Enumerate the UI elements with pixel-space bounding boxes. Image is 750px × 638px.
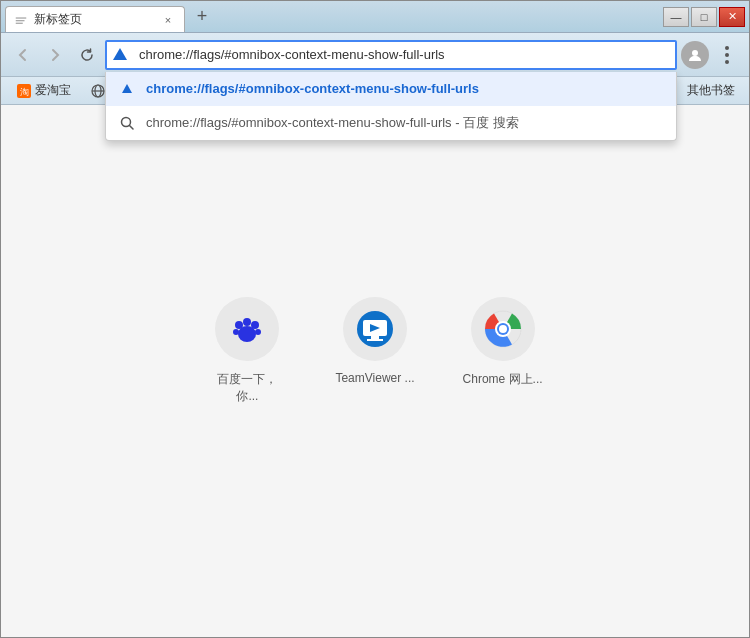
close-button[interactable]: ✕ [719, 7, 745, 27]
shortcut-chrome[interactable]: Chrome 网上... [463, 297, 543, 388]
svg-text:淘: 淘 [20, 87, 29, 97]
bookmark-aitaobao-label: 爱淘宝 [35, 82, 71, 99]
menu-dot-3 [725, 60, 729, 64]
dropdown-item-url[interactable]: chrome://flags/#omnibox-context-menu-sho… [106, 72, 676, 106]
shortcuts-grid: 百度一下，你... TeamViewer ... [207, 297, 542, 405]
tab-close-button[interactable]: × [160, 12, 176, 28]
shortcut-baidu-icon-container [215, 297, 279, 361]
reload-icon [79, 47, 95, 63]
bookmark-aitaobao-icon: 淘 [17, 84, 31, 98]
maximize-button[interactable]: □ [691, 7, 717, 27]
svg-rect-20 [371, 336, 379, 339]
omnibox-security-icon [113, 47, 127, 63]
svg-point-17 [255, 329, 261, 335]
svg-point-14 [243, 318, 251, 326]
url-icon [118, 80, 136, 98]
menu-button[interactable] [713, 41, 741, 69]
dropdown-item-search-text: chrome://flags/#omnibox-context-menu-sho… [146, 114, 519, 132]
svg-point-13 [235, 321, 243, 329]
search-icon [118, 114, 136, 132]
dropdown-item-url-text: chrome://flags/#omnibox-context-menu-sho… [146, 81, 479, 96]
svg-line-5 [130, 125, 134, 129]
shortcut-baidu[interactable]: 百度一下，你... [207, 297, 287, 405]
dropdown-item-search[interactable]: chrome://flags/#omnibox-context-menu-sho… [106, 106, 676, 140]
window-controls: — □ ✕ [663, 7, 745, 27]
omnibox-input[interactable] [105, 40, 677, 70]
svg-point-26 [499, 325, 507, 333]
new-tab-button[interactable]: + [189, 4, 215, 30]
omnibox-dropdown: chrome://flags/#omnibox-context-menu-sho… [105, 72, 677, 141]
svg-rect-2 [16, 20, 25, 21]
shortcut-teamviewer-label: TeamViewer ... [335, 371, 414, 385]
svg-point-6 [692, 50, 698, 56]
shortcut-teamviewer[interactable]: TeamViewer ... [335, 297, 414, 385]
tab-title: 新标签页 [34, 11, 154, 28]
tab-area: 新标签页 × + [5, 1, 663, 32]
svg-rect-1 [16, 17, 27, 18]
menu-dot-1 [725, 46, 729, 50]
shortcut-chrome-icon-container [471, 297, 535, 361]
active-tab[interactable]: 新标签页 × [5, 6, 185, 32]
chrome-webstore-icon [481, 307, 525, 351]
shortcut-baidu-label: 百度一下，你... [207, 371, 287, 405]
menu-dot-2 [725, 53, 729, 57]
profile-icon [687, 47, 703, 63]
svg-point-16 [233, 329, 239, 335]
bookmark-aitaobao[interactable]: 淘 爱淘宝 [9, 80, 79, 101]
toolbar: chrome://flags/#omnibox-context-menu-sho… [1, 33, 749, 77]
tab-favicon [14, 13, 28, 27]
main-content: 百度一下，你... TeamViewer ... [1, 105, 749, 637]
teamviewer-icon [353, 307, 397, 351]
titlebar: 新标签页 × + — □ ✕ [1, 1, 749, 33]
svg-rect-21 [367, 339, 383, 341]
shortcut-chrome-label: Chrome 网上... [463, 371, 543, 388]
forward-button[interactable] [41, 41, 69, 69]
forward-icon [48, 48, 62, 62]
bookmarks-other-button[interactable]: 其他书签 [681, 80, 741, 101]
back-button[interactable] [9, 41, 37, 69]
svg-rect-3 [16, 22, 23, 23]
reload-button[interactable] [73, 41, 101, 69]
browser-window: 新标签页 × + — □ ✕ [0, 0, 750, 638]
back-icon [16, 48, 30, 62]
svg-point-15 [251, 321, 259, 329]
bookmark-web-icon [91, 84, 105, 98]
omnibox-container: chrome://flags/#omnibox-context-menu-sho… [105, 40, 677, 70]
baidu-icon [226, 308, 268, 350]
minimize-button[interactable]: — [663, 7, 689, 27]
profile-button[interactable] [681, 41, 709, 69]
shortcut-teamviewer-icon-container [343, 297, 407, 361]
